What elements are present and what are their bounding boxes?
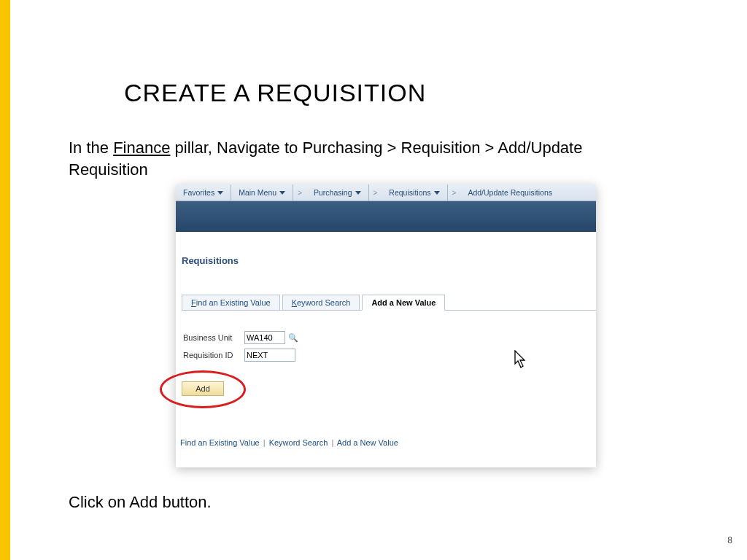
row-business-unit: Business Unit 🔍 [183, 331, 596, 344]
chevron-down-icon [355, 191, 361, 195]
tab-find-accesskey: F [191, 298, 196, 307]
crumb-favorites-label: Favorites [183, 184, 214, 201]
crumb-main-menu[interactable]: Main Menu [231, 184, 293, 201]
crumb-favorites[interactable]: Favorites [176, 184, 231, 201]
page-title: Requisitions [182, 255, 596, 266]
crumb-requisitions[interactable]: Requisitions [382, 184, 447, 201]
tab-find-existing[interactable]: Find an Existing Value [182, 295, 280, 310]
tab-keyword-accesskey: K [292, 298, 297, 307]
slide-title: CREATE A REQUISITION [124, 79, 426, 107]
crumb-add-update-label: Add/Update Requisitions [468, 184, 552, 201]
tab-add-new-value[interactable]: Add a New Value [362, 295, 445, 311]
add-button[interactable]: Add [182, 381, 224, 396]
slide-accent-bar [0, 0, 10, 560]
tab-keyword-label-rest: eyword Search [297, 298, 350, 307]
page-number: 8 [727, 535, 732, 545]
bottom-links: Find an Existing Value | Keyword Search … [180, 438, 398, 447]
header-band [176, 201, 596, 232]
slide-instruction: In the Finance pillar, Navigate to Purch… [69, 137, 623, 180]
tab-bar: Find an Existing Value Keyword Search Ad… [182, 294, 596, 311]
app-screenshot: Favorites Main Menu > Purchasing > Requi… [176, 184, 596, 467]
requisition-id-field[interactable] [244, 349, 295, 362]
chevron-down-icon [217, 191, 223, 195]
lookup-icon[interactable]: 🔍 [288, 333, 298, 343]
tab-add-label: Add a New Value [371, 298, 436, 307]
tab-find-label-rest: ind an Existing Value [196, 298, 271, 307]
business-unit-label: Business Unit [183, 333, 241, 342]
breadcrumb-bar: Favorites Main Menu > Purchasing > Requi… [176, 184, 596, 201]
link-add-new-value[interactable]: Add a New Value [337, 438, 398, 447]
link-find-existing[interactable]: Find an Existing Value [180, 438, 260, 447]
link-keyword-search[interactable]: Keyword Search [269, 438, 328, 447]
form-area: Business Unit 🔍 Requisition ID [183, 331, 596, 362]
crumb-purchasing-label: Purchasing [314, 184, 352, 201]
crumb-separator: > [448, 189, 461, 197]
chevron-down-icon [434, 191, 440, 195]
row-requisition-id: Requisition ID [183, 349, 596, 362]
crumb-requisitions-label: Requisitions [389, 184, 430, 201]
slide-bottom-instruction: Click on Add button. [69, 493, 212, 512]
instruction-pillar: Finance [113, 139, 170, 157]
add-button-wrap: Add [182, 381, 224, 396]
business-unit-field[interactable] [244, 331, 285, 344]
link-separator: | [263, 438, 266, 447]
crumb-add-update[interactable]: Add/Update Requisitions [460, 184, 560, 201]
chevron-down-icon [279, 191, 285, 195]
crumb-separator: > [293, 189, 306, 197]
instruction-text-prefix: In the [69, 139, 113, 157]
crumb-main-menu-label: Main Menu [239, 184, 276, 201]
tab-keyword-search[interactable]: Keyword Search [282, 295, 360, 310]
crumb-separator: > [369, 189, 382, 197]
link-separator: | [331, 438, 333, 447]
requisition-id-label: Requisition ID [183, 351, 241, 359]
crumb-purchasing[interactable]: Purchasing [306, 184, 369, 201]
